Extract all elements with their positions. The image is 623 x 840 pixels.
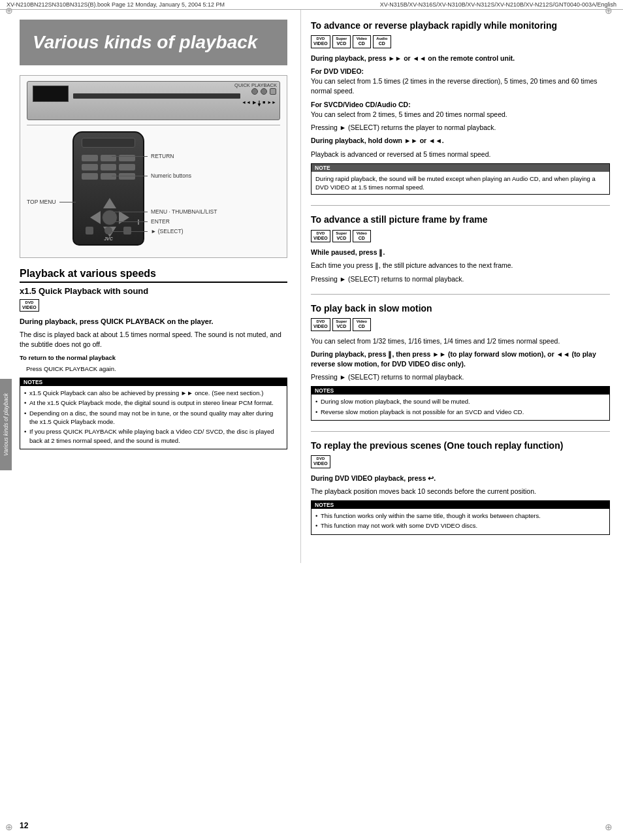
advance-reverse-instruction2-body: Playback is advanced or reversed at 5 ti…	[311, 150, 610, 159]
slow-intro: You can select from 1/32 times, 1/16 tim…	[311, 336, 610, 346]
left-badges: DVD VIDEO	[20, 299, 287, 312]
badge-video-cd: Video CD	[353, 35, 371, 48]
right-column: To advance or reverse playback rapidly w…	[300, 10, 623, 563]
page-title: Various kinds of playback	[33, 31, 274, 54]
badge-dvd: DVD VIDEO	[20, 299, 39, 312]
left-notes-header: NOTES	[20, 378, 287, 386]
header-title: XV-N315B/XV-N316S/XV-N310B/XV-N312S/XV-N…	[380, 1, 616, 8]
slow-notes-content: During slow motion playback, the sound w…	[312, 395, 609, 420]
advance-reverse-instruction1: During playback, press ►► or ◄◄ on the r…	[311, 54, 610, 63]
badge-dvd-s4: DVD VIDEO	[311, 455, 330, 468]
slow-select-note: Pressing ► (SELECT) returns to normal pl…	[311, 372, 610, 382]
for-dvd-label: For DVD VIDEO:	[311, 67, 364, 75]
quick-playback-subtitle: x1.5 Quick Playback with sound	[20, 286, 287, 296]
for-svcd-label: For SVCD/Video CD/Audio CD:	[311, 101, 411, 108]
to-return-body: Press QUICK PLAYBACK again.	[26, 364, 287, 374]
top-menu-label: TOP MENU	[27, 199, 56, 205]
section-slow-motion: To play back in slow motion DVD VIDEO Su…	[311, 302, 610, 432]
slow-badges: DVD VIDEO Super VCD Video CD	[311, 318, 610, 331]
frame-by-frame-title: To advance a still picture frame by fram…	[311, 214, 610, 225]
section-advance-reverse: To advance or reverse playback rapidly w…	[311, 20, 610, 206]
badge-vcd-s2: Video CD	[353, 230, 371, 243]
header-subtitle: XV-N210BN212SN310BN312S(B).book Page 12 …	[7, 1, 225, 8]
badge-super-vcd: Super VCD	[332, 35, 351, 48]
slow-motion-title: To play back in slow motion	[311, 302, 610, 314]
for-svcd-body: You can select from 2 times, 5 times and…	[311, 110, 507, 118]
corner-mark-tl: ⊕	[5, 5, 18, 18]
badge-dvd-video: DVD VIDEO	[311, 35, 330, 48]
slow-notes-box: NOTES During slow motion playback, the s…	[311, 386, 610, 421]
left-notes-content: x1.5 Quick Playback can also be achieved…	[20, 386, 287, 449]
device-diagram: ◄◄ ▶ ‖ ■ ►► QUICK PLAYBACK ▼	[20, 75, 287, 258]
select-note1: Pressing ► (SELECT) returns the player t…	[311, 123, 610, 133]
corner-mark-tr: ⊕	[605, 5, 618, 18]
to-return-title: To return to the normal playback	[20, 353, 287, 363]
select-label: ► (SELECT)	[151, 228, 184, 234]
page-number: 12	[20, 821, 28, 830]
section1-note-header: NOTE	[312, 164, 609, 172]
advance-reverse-badges: DVD VIDEO Super VCD Video CD Audio CD	[311, 35, 610, 48]
section1-note-box: NOTE During rapid playback, the sound wi…	[311, 163, 610, 195]
frame-instruction: While paused, press ‖.	[311, 248, 610, 257]
replay-notes-content: This function works only within the same…	[312, 509, 609, 534]
page-header: XV-N210BN212SN310BN312S(B).book Page 12 …	[0, 0, 623, 10]
left-notes-box: NOTES x1.5 Quick Playback can also be ac…	[20, 378, 287, 449]
badge-dvd-s3: DVD VIDEO	[311, 318, 330, 331]
badge-audio-cd: Audio CD	[373, 35, 391, 48]
frame-body2: Pressing ► (SELECT) returns to normal pl…	[311, 274, 610, 284]
playback-title: Playback at various speeds	[20, 268, 287, 283]
enter-label: ENTER	[151, 218, 170, 225]
remote-control: JVC ‖	[72, 131, 144, 246]
replay-badges: DVD VIDEO	[311, 455, 610, 468]
replay-notes-box: NOTES This function works only within th…	[311, 500, 610, 535]
playback-section: Playback at various speeds x1.5 Quick Pl…	[20, 268, 287, 449]
slow-notes-header: NOTES	[312, 387, 609, 395]
frame-badges: DVD VIDEO Super VCD Video CD	[311, 230, 610, 243]
badge-vcd-s3: Video CD	[353, 318, 371, 331]
corner-mark-bl: ⊕	[5, 822, 18, 835]
badge-svcd-s2: Super VCD	[332, 230, 351, 243]
quick-playback-body1: The disc is played back at about 1.5 tim…	[20, 330, 287, 349]
corner-mark-br: ⊕	[605, 822, 618, 835]
section-one-touch-replay: To replay the previous scenes (One touch…	[311, 440, 610, 545]
quick-pb-pointer: ▼	[257, 102, 262, 108]
title-box: Various kinds of playback	[20, 20, 287, 65]
section1-note-content: During rapid playback, the sound will be…	[312, 172, 609, 195]
quick-playback-instruction: During playback, press QUICK PLAYBACK on…	[20, 317, 287, 327]
return-label: RETURN	[151, 153, 174, 159]
menu-label: MENU · THUMBNAIL/LIST	[151, 208, 217, 215]
frame-body1: Each time you press ‖, the still picture…	[311, 261, 610, 270]
for-dvd-body: You can select from 1.5 times (2 times i…	[311, 77, 597, 95]
advance-reverse-instruction2: During playback, hold down ►► or ◄◄.	[311, 136, 610, 146]
page-container: Various kinds of playback ◄◄ ▶	[0, 10, 623, 563]
section-frame-by-frame: To advance a still picture frame by fram…	[311, 214, 610, 294]
badge-dvd-s2: DVD VIDEO	[311, 230, 330, 243]
numeric-label: Numeric buttons	[151, 172, 191, 179]
replay-title: To replay the previous scenes (One touch…	[311, 440, 610, 451]
badge-svcd-s3: Super VCD	[332, 318, 351, 331]
replay-notes-header: NOTES	[312, 501, 609, 509]
quick-playback-label: QUICK PLAYBACK	[234, 82, 277, 88]
advance-reverse-title: To advance or reverse playback rapidly w…	[311, 20, 610, 31]
slow-instruction: During playback, press ‖, then press ►► …	[311, 349, 610, 369]
side-tab: Various kinds of playback	[0, 379, 12, 470]
replay-instruction: During DVD VIDEO playback, press ↩.	[311, 474, 610, 483]
left-column: Various kinds of playback ◄◄ ▶	[0, 10, 300, 563]
replay-body: The playback position moves back 10 seco…	[311, 487, 610, 496]
